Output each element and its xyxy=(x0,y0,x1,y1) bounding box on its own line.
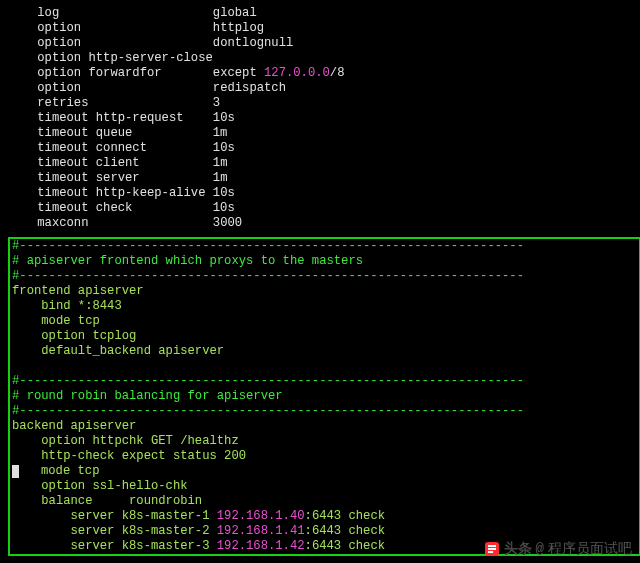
cfg-line: option redispatch xyxy=(8,81,632,96)
brand-text: 头条 xyxy=(504,542,532,557)
comment-sep: #---------------------------------------… xyxy=(12,239,637,254)
author-name: 程序员面试吧 xyxy=(548,542,632,557)
backend-server: server k8s-master-2 192.168.1.41:6443 ch… xyxy=(12,524,637,539)
backend-line: http-check expect status 200 xyxy=(12,449,637,464)
cfg-line: timeout client 1m xyxy=(8,156,632,171)
cfg-line: option forwardfor except 127.0.0.0/8 xyxy=(8,66,632,81)
cfg-line: timeout http-keep-alive 10s xyxy=(8,186,632,201)
comment-sep: #---------------------------------------… xyxy=(12,404,637,419)
frontend-line: default_backend apiserver xyxy=(12,344,637,359)
comment-sep: #---------------------------------------… xyxy=(12,269,637,284)
cfg-line: timeout queue 1m xyxy=(8,126,632,141)
comment-line: # apiserver frontend which proxys to the… xyxy=(12,254,637,269)
cfg-line: option dontlognull xyxy=(8,36,632,51)
frontend-line: bind *:8443 xyxy=(12,299,637,314)
backend-line-cursor: mode tcp xyxy=(12,464,637,479)
cfg-line: option httplog xyxy=(8,21,632,36)
highlight-box: #---------------------------------------… xyxy=(8,237,640,556)
svg-rect-2 xyxy=(488,548,496,550)
at-symbol: @ xyxy=(536,542,544,557)
watermark-footer: 头条 @ 程序员面试吧 xyxy=(484,541,632,557)
backend-decl: backend apiserver xyxy=(12,419,637,434)
frontend-decl: frontend apiserver xyxy=(12,284,637,299)
toutiao-logo-icon xyxy=(484,541,500,557)
backend-server: server k8s-master-1 192.168.1.40:6443 ch… xyxy=(12,509,637,524)
cfg-line: retries 3 xyxy=(8,96,632,111)
cfg-line: option http-server-close xyxy=(8,51,632,66)
cfg-line: timeout check 10s xyxy=(8,201,632,216)
cursor-block xyxy=(12,465,19,478)
backend-line: option httpchk GET /healthz xyxy=(12,434,637,449)
frontend-line: mode tcp xyxy=(12,314,637,329)
blank-line xyxy=(12,359,637,374)
svg-rect-1 xyxy=(488,545,496,547)
cfg-line: maxconn 3000 xyxy=(8,216,632,231)
cfg-line: timeout http-request 10s xyxy=(8,111,632,126)
terminal-code-screenshot: log global option httplog option dontlog… xyxy=(0,0,640,563)
frontend-line: option tcplog xyxy=(12,329,637,344)
backend-balance: balance roundrobin xyxy=(12,494,637,509)
backend-line: option ssl-hello-chk xyxy=(12,479,637,494)
comment-line: # round robin balancing for apiserver xyxy=(12,389,637,404)
config-defaults-block: log global option httplog option dontlog… xyxy=(8,6,632,231)
comment-sep: #---------------------------------------… xyxy=(12,374,637,389)
cfg-line: log global xyxy=(8,6,632,21)
svg-rect-3 xyxy=(488,551,493,553)
cfg-line: timeout server 1m xyxy=(8,171,632,186)
cfg-line: timeout connect 10s xyxy=(8,141,632,156)
